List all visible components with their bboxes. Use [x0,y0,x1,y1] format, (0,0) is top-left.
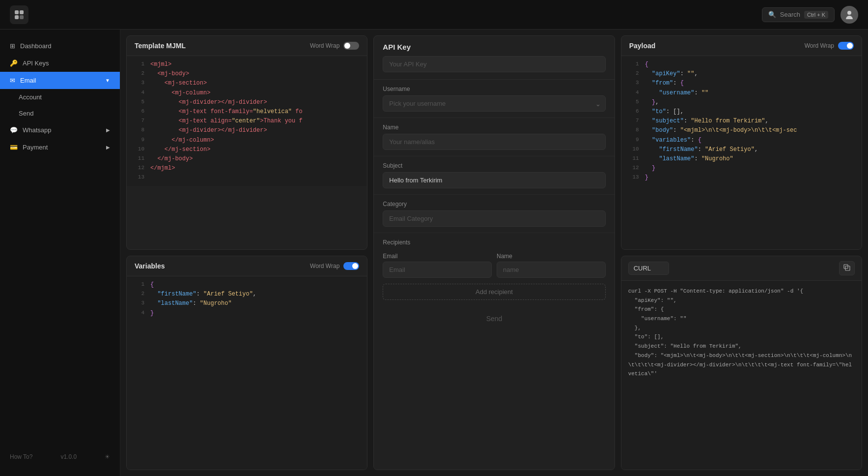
svg-rect-2 [15,15,19,19]
sidebar-sub-label: Account [19,93,42,101]
email-icon: ✉ [10,77,15,84]
api-panel: API Key Username Pick your username ⌄ Na… [373,35,615,470]
sidebar-sub-label: Send [19,110,33,117]
curl-body[interactable]: curl -X POST -H "Content-type: applicati… [621,281,862,470]
version-label: v1.0.0 [60,453,77,460]
payload-title: Payload [629,42,656,50]
template-mjml-code[interactable]: 1<mjml> 2 <mj-body> 3 <mj-section> 4 <mj… [127,56,367,186]
template-mjml-panel: Template MJML Word Wrap 1<mjml> 2 <mj-bo… [126,35,367,250]
username-select[interactable]: Pick your username [383,95,605,112]
payload-wordwrap: Word Wrap [805,42,854,50]
layout: ⊞ Dashboard 🔑 API Keys ✉ Email ▼ Account… [0,30,868,476]
variables-title: Variables [135,262,165,270]
svg-rect-0 [15,10,19,14]
category-input[interactable] [383,210,605,227]
sidebar-item-label: Whatsapp [23,126,52,134]
main-content: Template MJML Word Wrap 1<mjml> 2 <mj-bo… [120,30,868,476]
subject-input[interactable] [383,172,605,188]
api-panel-header: API Key [374,36,614,80]
send-button[interactable]: Send [383,310,605,327]
variables-header: Variables Word Wrap [127,256,367,276]
recipient-name-input[interactable] [497,262,606,278]
key-icon: 🔑 [10,60,18,67]
curl-header: CURL Node.js Python [621,256,862,281]
variables-code[interactable]: 1{ 2 "firstName": "Arief Setiyo", 3 "las… [127,276,367,470]
payload-wordwrap-toggle[interactable] [838,42,854,50]
search-box[interactable]: 🔍 Search Ctrl + K [762,7,835,22]
sidebar-item-label: API Keys [23,60,49,67]
search-shortcut: Ctrl + K [804,11,828,19]
grid-icon: ⊞ [10,42,15,50]
subject-label: Subject [383,162,605,169]
curl-copy-button[interactable] [839,261,855,275]
sidebar-item-dashboard[interactable]: ⊞ Dashboard [0,37,120,55]
svg-rect-3 [20,15,24,19]
payload-header: Payload Word Wrap [621,36,862,56]
theme-icon[interactable]: ☀ [105,453,110,460]
recipients-section: Recipients Email Name [374,233,614,280]
topbar: 🔍 Search Ctrl + K [0,0,868,30]
search-icon: 🔍 [768,11,776,18]
template-mjml-wordwrap: Word Wrap [310,42,359,50]
email-col-label: Email [383,253,492,260]
payment-icon: 💳 [10,144,18,151]
recipient-header: Email Name [383,249,605,262]
whatsapp-icon: 💬 [10,126,18,134]
chevron-right-icon: ▶ [106,127,110,133]
add-recipient-button[interactable]: Add recipient [383,284,605,300]
category-label: Category [383,201,605,208]
wordwrap-toggle[interactable] [343,42,359,50]
username-label: Username [383,86,605,92]
app-logo[interactable] [10,5,28,24]
sidebar-item-payment[interactable]: 💳 Payment ▶ [0,139,120,156]
recipients-label: Recipients [383,239,605,246]
how-to-label[interactable]: How To? [10,453,32,460]
sidebar-item-label: Email [20,77,36,84]
subject-group: Subject [374,156,614,195]
sidebar-item-send[interactable]: Send [0,105,120,121]
sidebar-item-label: Payment [23,144,48,151]
name-input[interactable] [383,134,605,150]
sidebar-footer: How To? v1.0.0 ☀ [0,446,120,468]
template-mjml-code-wrapper: 1<mjml> 2 <mj-body> 3 <mj-section> 4 <mj… [127,56,367,249]
sidebar-item-whatsapp[interactable]: 💬 Whatsapp ▶ [0,121,120,139]
svg-rect-5 [844,265,848,268]
recipient-email-input[interactable] [383,262,492,278]
search-label: Search [780,11,800,18]
sidebar: ⊞ Dashboard 🔑 API Keys ✉ Email ▼ Account… [0,30,120,476]
name-label: Name [383,124,605,131]
curl-panel: CURL Node.js Python curl -X POST -H "Con… [621,256,862,470]
copy-icon [843,264,850,271]
variables-panel: Variables Word Wrap 1{ 2 "firstName": "A… [126,256,367,470]
template-mjml-header: Template MJML Word Wrap [127,36,367,56]
curl-language-select[interactable]: CURL Node.js Python [628,262,669,275]
topbar-right: 🔍 Search Ctrl + K [762,6,858,24]
svg-rect-1 [20,10,24,14]
category-group: Category [374,195,614,233]
curl-select-wrapper: CURL Node.js Python [628,262,669,275]
avatar[interactable] [840,6,858,24]
chevron-down-icon: ▼ [105,78,110,83]
name-col-label: Name [497,253,606,260]
payload-code[interactable]: 1{ 2 "apiKey": "", 3 "from": { 4 "userna… [621,56,862,249]
api-key-input[interactable] [383,56,605,72]
payload-panel: Payload Word Wrap 1{ 2 "apiKey": "", 3 "… [621,35,862,250]
variables-wordwrap: Word Wrap [310,262,359,270]
chevron-right-icon: ▶ [106,145,110,150]
sidebar-item-apikeys[interactable]: 🔑 API Keys [0,55,120,72]
wordwrap-label: Word Wrap [310,42,339,49]
sidebar-item-label: Dashboard [20,42,52,50]
template-mjml-title: Template MJML [135,42,186,50]
username-group: Username Pick your username ⌄ [374,80,614,118]
wordwrap-label: Word Wrap [805,42,834,49]
name-group: Name [374,118,614,156]
recipient-row [383,262,605,278]
sidebar-item-account[interactable]: Account [0,89,120,105]
wordwrap-label: Word Wrap [310,263,339,269]
api-panel-title: API Key [383,43,605,51]
sidebar-item-email[interactable]: ✉ Email ▼ [0,72,120,89]
variables-wordwrap-toggle[interactable] [343,262,359,270]
